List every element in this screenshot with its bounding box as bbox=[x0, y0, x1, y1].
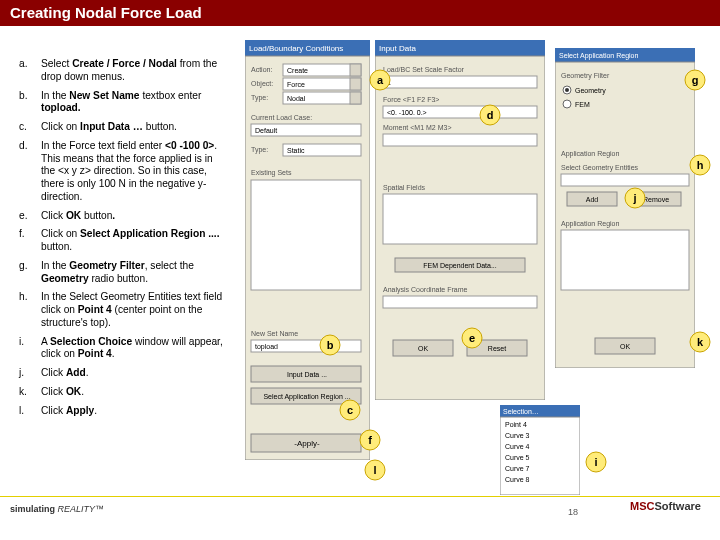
step-text: In the Select Geometry Entities text fie… bbox=[40, 290, 230, 332]
page-number: 18 bbox=[568, 507, 578, 517]
step-text: Click Apply. bbox=[40, 404, 230, 421]
svg-text:h: h bbox=[697, 159, 704, 171]
callout-l bbox=[365, 460, 385, 480]
selection-item[interactable]: Curve 5 bbox=[505, 454, 530, 461]
step-letter: b. bbox=[18, 89, 38, 119]
svg-point-51 bbox=[565, 88, 569, 92]
step-text: In the Geometry Filter, select the Geome… bbox=[40, 259, 230, 289]
svg-text:New Set Name: New Set Name bbox=[251, 330, 298, 337]
svg-text:FEM Dependent Data...: FEM Dependent Data... bbox=[423, 262, 497, 270]
svg-text:topload: topload bbox=[255, 343, 278, 351]
svg-rect-37 bbox=[383, 134, 537, 146]
selection-item[interactable]: Curve 4 bbox=[505, 443, 530, 450]
svg-text:Type:: Type: bbox=[251, 146, 268, 154]
step-text: Click on Input Data … button. bbox=[40, 120, 230, 137]
svg-rect-13 bbox=[350, 92, 361, 104]
svg-rect-39 bbox=[383, 194, 537, 244]
step-letter: e. bbox=[18, 209, 38, 226]
step-text: A Selection Choice window will appear, c… bbox=[40, 335, 230, 365]
svg-rect-9 bbox=[350, 78, 361, 90]
panel-selection-choice: Selection… Point 4Curve 3Curve 4Curve 5C… bbox=[500, 405, 580, 495]
svg-text:Select Geometry Entities: Select Geometry Entities bbox=[561, 164, 639, 172]
svg-text:Nodal: Nodal bbox=[287, 95, 306, 102]
step-letter: h. bbox=[18, 290, 38, 332]
svg-text:FEM: FEM bbox=[575, 101, 590, 108]
svg-text:Remove: Remove bbox=[643, 196, 669, 203]
svg-rect-43 bbox=[383, 296, 537, 308]
svg-text:OK: OK bbox=[620, 343, 630, 350]
svg-text:Add: Add bbox=[586, 196, 599, 203]
svg-text:Application Region: Application Region bbox=[561, 150, 619, 158]
svg-text:Create: Create bbox=[287, 67, 308, 74]
step-text: Select Create / Force / Nodal from the d… bbox=[40, 57, 230, 87]
svg-text:Geometry Filter: Geometry Filter bbox=[561, 72, 610, 80]
selection-item[interactable]: Curve 3 bbox=[505, 432, 530, 439]
svg-text:Load/BC Set Scale Factor: Load/BC Set Scale Factor bbox=[383, 66, 465, 73]
callout-i bbox=[586, 452, 606, 472]
svg-text:Spatial Fields: Spatial Fields bbox=[383, 184, 426, 192]
svg-text:i: i bbox=[594, 456, 597, 468]
svg-text:Analysis Coordinate Frame: Analysis Coordinate Frame bbox=[383, 286, 468, 294]
step-letter: g. bbox=[18, 259, 38, 289]
svg-text:Selection…: Selection… bbox=[503, 408, 539, 415]
panel-lbc-title: Load/Boundary Conditions bbox=[249, 44, 343, 53]
svg-text:Current Load Case:: Current Load Case: bbox=[251, 114, 312, 121]
svg-text:Static: Static bbox=[287, 147, 305, 154]
step-letter: f. bbox=[18, 227, 38, 257]
svg-text:Action:: Action: bbox=[251, 66, 272, 73]
svg-rect-5 bbox=[350, 64, 361, 76]
svg-text:l: l bbox=[373, 464, 376, 476]
title-bar: Creating Nodal Force Load bbox=[0, 0, 720, 26]
panel-lbc: Load/Boundary Conditions Action: Create … bbox=[245, 40, 370, 460]
svg-point-53 bbox=[563, 100, 571, 108]
step-letter: k. bbox=[18, 385, 38, 402]
step-text: Click on Select Application Region .... … bbox=[40, 227, 230, 257]
svg-text:Existing Sets: Existing Sets bbox=[251, 169, 292, 177]
svg-text:Moment <M1 M2 M3>: Moment <M1 M2 M3> bbox=[383, 124, 451, 131]
step-letter: c. bbox=[18, 120, 38, 137]
svg-text:Object:: Object: bbox=[251, 80, 273, 88]
svg-text:Geometry: Geometry bbox=[575, 87, 606, 95]
step-text: Click OK button. bbox=[40, 209, 230, 226]
step-letter: i. bbox=[18, 335, 38, 365]
step-text: Click OK. bbox=[40, 385, 230, 402]
footer-rule bbox=[0, 496, 720, 497]
panel-input-title: Input Data bbox=[379, 44, 416, 53]
step-text: Click Add. bbox=[40, 366, 230, 383]
svg-text:Type:: Type: bbox=[251, 94, 268, 102]
footer-simulating: simulating REALITY™ bbox=[10, 504, 104, 514]
svg-rect-21 bbox=[251, 180, 361, 290]
selection-item[interactable]: Curve 7 bbox=[505, 465, 530, 472]
svg-rect-60 bbox=[561, 230, 689, 290]
svg-text:-Apply-: -Apply- bbox=[294, 439, 320, 448]
instruction-list: a.Select Create / Force / Nodal from the… bbox=[16, 55, 232, 422]
svg-text:Default: Default bbox=[255, 127, 277, 134]
svg-text:<0. -100. 0.>: <0. -100. 0.> bbox=[387, 109, 427, 116]
page-title: Creating Nodal Force Load bbox=[0, 0, 720, 25]
svg-text:Force: Force bbox=[287, 81, 305, 88]
svg-text:1: 1 bbox=[387, 79, 391, 86]
step-text: In the New Set Name textbox enter toploa… bbox=[40, 89, 230, 119]
step-letter: a. bbox=[18, 57, 38, 87]
step-letter: j. bbox=[18, 366, 38, 383]
selection-item[interactable]: Curve 8 bbox=[505, 476, 530, 483]
svg-text:Application Region: Application Region bbox=[561, 220, 619, 228]
select-entities-field[interactable] bbox=[561, 174, 689, 186]
step-text: In the Force text field enter <0 -100 0>… bbox=[40, 139, 230, 207]
footer-logo: MSCSoftware bbox=[630, 500, 701, 512]
step-letter: d. bbox=[18, 139, 38, 207]
svg-rect-31 bbox=[383, 76, 537, 88]
svg-text:Reset: Reset bbox=[488, 345, 506, 352]
svg-text:Force <F1 F2 F3>: Force <F1 F2 F3> bbox=[383, 96, 439, 103]
panel-region-title: Select Application Region bbox=[559, 52, 638, 60]
step-letter: l. bbox=[18, 404, 38, 421]
svg-text:OK: OK bbox=[418, 345, 428, 352]
svg-text:Input Data ...: Input Data ... bbox=[287, 371, 327, 379]
svg-text:Select Application Region ...: Select Application Region ... bbox=[263, 393, 350, 401]
svg-text:k: k bbox=[697, 336, 704, 348]
panel-input-data: Input Data Load/BC Set Scale Factor 1 Fo… bbox=[375, 40, 545, 400]
panel-select-region: Select Application Region Geometry Filte… bbox=[555, 48, 695, 368]
selection-item[interactable]: Point 4 bbox=[505, 421, 527, 428]
